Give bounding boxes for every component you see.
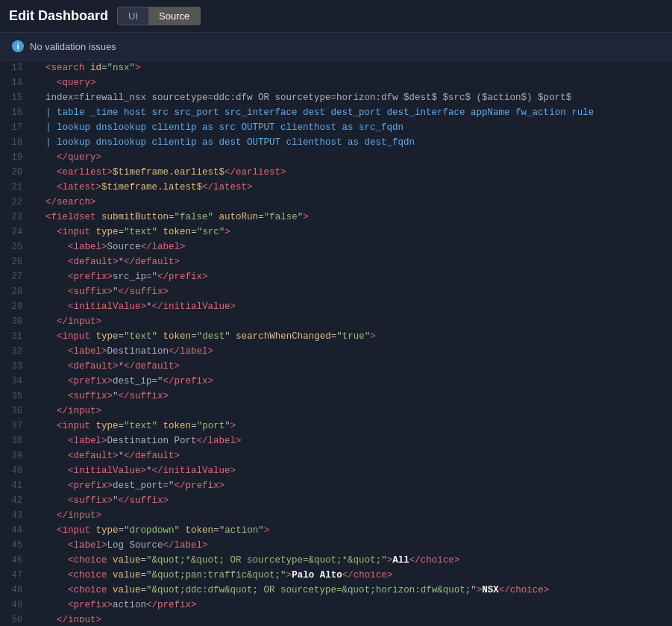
code-line-44: <input type="dropdown" token="action"> bbox=[34, 523, 672, 538]
validation-icon: i bbox=[12, 40, 24, 52]
code-line-48: <choice value="&quot;ddc:dfw&quot; OR so… bbox=[34, 583, 672, 598]
code-line-47: <choice value="&quot;pan:traffic&quot;">… bbox=[34, 568, 672, 583]
code-line-16: | table _time host src src_port src_inte… bbox=[34, 105, 672, 120]
code-line-42: <suffix>"</suffix> bbox=[34, 493, 672, 508]
ln-37: 37 bbox=[0, 419, 28, 433]
code-line-24: <input type="text" token="src"> bbox=[34, 225, 672, 240]
ln-41: 41 bbox=[0, 478, 28, 493]
ln-30: 30 bbox=[0, 314, 28, 329]
code-line-34: <prefix>dest_ip="</prefix> bbox=[34, 374, 672, 389]
ln-28: 28 bbox=[0, 284, 28, 299]
code-line-29: <initialValue>*</initialValue> bbox=[34, 299, 672, 314]
code-line-43: </input> bbox=[34, 508, 672, 523]
ln-16: 16 bbox=[0, 105, 28, 120]
ln-29: 29 bbox=[0, 299, 28, 314]
ln-17: 17 bbox=[0, 120, 28, 135]
code-line-39: <default>*</default> bbox=[34, 448, 672, 463]
ln-49: 49 bbox=[0, 598, 28, 613]
ln-25: 25 bbox=[0, 240, 28, 254]
ln-47: 47 bbox=[0, 568, 28, 583]
code-line-37: <input type="text" token="port"> bbox=[34, 419, 672, 433]
code-line-31: <input type="text" token="dest" searchWh… bbox=[34, 329, 672, 344]
code-line-17: | lookup dnslookup clientip as src OUTPU… bbox=[34, 120, 672, 135]
code-line-49: <prefix>action</prefix> bbox=[34, 598, 672, 613]
tab-ui[interactable]: UI bbox=[118, 7, 148, 25]
ln-24: 24 bbox=[0, 225, 28, 240]
ln-36: 36 bbox=[0, 404, 28, 419]
ln-23: 23 bbox=[0, 210, 28, 225]
ln-15: 15 bbox=[0, 90, 28, 105]
ln-21: 21 bbox=[0, 180, 28, 195]
code-line-28: <suffix>"</suffix> bbox=[34, 284, 672, 299]
line-numbers: 13 14 15 16 17 18 19 20 21 22 23 24 25 2… bbox=[0, 60, 28, 622]
ln-43: 43 bbox=[0, 508, 28, 523]
code-line-36: </input> bbox=[34, 404, 672, 419]
ln-48: 48 bbox=[0, 583, 28, 598]
ln-32: 32 bbox=[0, 344, 28, 359]
code-line-22: </search> bbox=[34, 195, 672, 210]
page-title: Edit Dashboard bbox=[9, 8, 108, 24]
code-line-38: <label>Destination Port</label> bbox=[34, 433, 672, 448]
code-line-45: <label>Log Source</label> bbox=[34, 538, 672, 553]
validation-bar: i No validation issues bbox=[0, 33, 672, 60]
ln-40: 40 bbox=[0, 463, 28, 478]
ln-26: 26 bbox=[0, 254, 28, 269]
code-line-18: | lookup dnslookup clientip as dest OUTP… bbox=[34, 135, 672, 150]
code-line-35: <suffix>"</suffix> bbox=[34, 389, 672, 404]
code-line-32: <label>Destination</label> bbox=[34, 344, 672, 359]
code-line-15: index=firewall_nsx sourcetype=ddc:dfw OR… bbox=[34, 90, 672, 105]
ln-34: 34 bbox=[0, 374, 28, 389]
tab-source[interactable]: Source bbox=[148, 7, 200, 25]
code-line-21: <latest>$timeframe.latest$</latest> bbox=[34, 180, 672, 195]
header: Edit Dashboard UI Source bbox=[0, 0, 672, 33]
ln-31: 31 bbox=[0, 329, 28, 344]
ln-44: 44 bbox=[0, 523, 28, 538]
ln-50: 50 bbox=[0, 613, 28, 622]
ln-39: 39 bbox=[0, 448, 28, 463]
ln-19: 19 bbox=[0, 150, 28, 165]
code-line-26: <default>*</default> bbox=[34, 254, 672, 269]
code-line-23: <fieldset submitButton="false" autoRun="… bbox=[34, 210, 672, 225]
ln-14: 14 bbox=[0, 75, 28, 90]
ln-46: 46 bbox=[0, 553, 28, 568]
ln-20: 20 bbox=[0, 165, 28, 180]
ln-22: 22 bbox=[0, 195, 28, 210]
ln-33: 33 bbox=[0, 359, 28, 374]
code-line-50: </input> bbox=[34, 613, 672, 622]
code-line-13: <search id="nsx"> bbox=[34, 60, 672, 75]
code-line-40: <initialValue>*</initialValue> bbox=[34, 463, 672, 478]
ln-18: 18 bbox=[0, 135, 28, 150]
ln-13: 13 bbox=[0, 60, 28, 75]
code-line-41: <prefix>dest_port="</prefix> bbox=[34, 478, 672, 493]
code-line-20: <earliest>$timeframe.earliest$</earliest… bbox=[34, 165, 672, 180]
ln-45: 45 bbox=[0, 538, 28, 553]
code-editor[interactable]: 13 14 15 16 17 18 19 20 21 22 23 24 25 2… bbox=[0, 60, 672, 622]
code-line-33: <default>*</default> bbox=[34, 359, 672, 374]
ln-42: 42 bbox=[0, 493, 28, 508]
tab-group: UI Source bbox=[117, 7, 201, 25]
ln-35: 35 bbox=[0, 389, 28, 404]
code-line-30: </input> bbox=[34, 314, 672, 329]
code-line-19: </query> bbox=[34, 150, 672, 165]
ln-27: 27 bbox=[0, 269, 28, 284]
code-line-14: <query> bbox=[34, 75, 672, 90]
code-line-27: <prefix>src_ip="</prefix> bbox=[34, 269, 672, 284]
code-line-25: <label>Source</label> bbox=[34, 240, 672, 254]
code-content[interactable]: <search id="nsx"> <query> index=firewall… bbox=[28, 60, 672, 622]
ln-38: 38 bbox=[0, 433, 28, 448]
code-line-46: <choice value="&quot;*&quot; OR sourcety… bbox=[34, 553, 672, 568]
validation-message: No validation issues bbox=[30, 41, 116, 52]
